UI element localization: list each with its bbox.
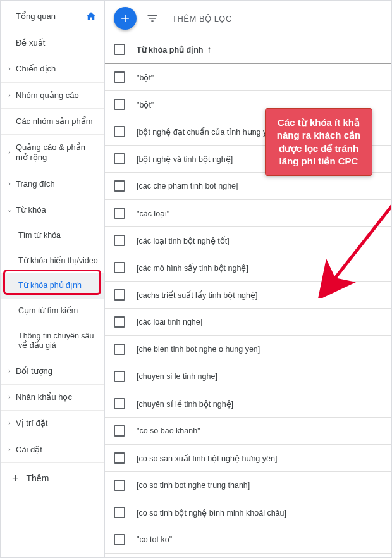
table-row[interactable]: [co so tinh bot nghe trung thanh]	[105, 472, 391, 499]
keyword-cell: "bột"	[137, 73, 154, 82]
table-row[interactable]: "có tốt ko"	[105, 554, 391, 557]
caret-icon: ›	[7, 149, 12, 156]
sidebar-item-8[interactable]: Tìm từ khóa	[1, 223, 104, 249]
row-checkbox[interactable]	[114, 262, 125, 273]
sidebar-item-14[interactable]: ›Nhân khẩu học	[1, 385, 104, 411]
sidebar-item-label: Đối tượng	[16, 366, 52, 376]
row-checkbox[interactable]	[114, 126, 125, 137]
table-row[interactable]: "co so bao khanh"	[105, 418, 391, 445]
table-header: Từ khóa phủ định ↑	[105, 36, 391, 64]
keyword-cell: [cachs triết suất lấy tinh bột nghệ]	[137, 290, 257, 300]
keyword-cell: [chuyen si le tinh nghe]	[137, 372, 217, 381]
plus-icon	[119, 12, 132, 25]
sidebar-item-label: Nhân khẩu học	[16, 392, 72, 402]
sidebar-item-label: Tổng quan	[16, 11, 56, 22]
sidebar-item-label: Vị trí đặt	[16, 418, 47, 428]
toolbar: THÊM BỘ LỌC	[105, 1, 391, 36]
sidebar-item-label: Nhóm quảng cáo	[16, 90, 79, 100]
keyword-cell: [bột nghệ đạt chuẩn của tỉnh hưng yên]	[137, 127, 278, 137]
sidebar-item-label: Từ khóa phủ định	[18, 281, 82, 290]
table-row[interactable]: [cac che pham tinh bot nghe]	[105, 173, 391, 200]
sidebar-item-label: Quảng cáo & phần mở rộng	[16, 142, 85, 162]
row-checkbox[interactable]	[114, 316, 125, 328]
keyword-cell: [các loai tinh nghe]	[137, 318, 202, 326]
plus-icon: +	[12, 472, 19, 485]
add-button[interactable]	[114, 7, 137, 30]
row-checkbox[interactable]	[114, 99, 125, 110]
keyword-cell: [chuyên sỉ lẻ tinh bột nghệ]	[137, 399, 233, 409]
keyword-cell: [co so san xuất tinh bột nghệ hưng yên]	[137, 454, 277, 463]
sidebar-item-10[interactable]: Từ khóa phủ định	[1, 273, 104, 299]
row-checkbox[interactable]	[114, 480, 125, 491]
row-checkbox[interactable]	[114, 153, 125, 164]
annotation-callout: Các từ khóa ít khả năng ra khách cần đượ…	[265, 108, 372, 176]
sidebar-item-15[interactable]: ›Vị trí đặt	[1, 411, 104, 437]
table-row[interactable]: [co so tinh bột nghệ bình minh khoái châ…	[105, 499, 391, 526]
sidebar-item-0[interactable]: Tổng quan	[1, 3, 104, 30]
row-checkbox[interactable]	[114, 289, 125, 301]
row-checkbox[interactable]	[114, 534, 125, 545]
filter-icon[interactable]	[145, 11, 159, 25]
table-row[interactable]: [các loai tinh nghe]	[105, 309, 391, 336]
row-checkbox[interactable]	[114, 235, 125, 246]
sidebar-item-3[interactable]: ›Nhóm quảng cáo	[1, 83, 104, 109]
sidebar-item-5[interactable]: ›Quảng cáo & phần mở rộng	[1, 135, 104, 171]
sidebar: Tổng quanĐề xuất›Chiến dịch›Nhóm quảng c…	[1, 1, 105, 557]
main-content: THÊM BỘ LỌC Từ khóa phủ định ↑ "bột""bột…	[105, 1, 391, 557]
caret-icon: ›	[7, 181, 12, 187]
sort-ascending-icon: ↑	[207, 44, 211, 54]
row-checkbox[interactable]	[114, 425, 125, 437]
caret-icon: ⌄	[7, 207, 12, 213]
sidebar-item-label: Từ khóa	[16, 205, 46, 214]
sidebar-item-6[interactable]: ›Trang đích	[1, 171, 104, 197]
keyword-cell: [bột nghệ và tinh bột nghệ]	[137, 154, 233, 164]
caret-icon: ›	[7, 66, 12, 72]
sidebar-item-label: Thông tin chuyên sâu về đấu giá	[18, 332, 94, 350]
caret-icon: ›	[7, 394, 12, 400]
sidebar-item-16[interactable]: ›Cài đặt	[1, 437, 104, 463]
sidebar-item-11[interactable]: Cụm từ tìm kiếm	[1, 299, 104, 324]
table-row[interactable]: [che bien tinh bot nghe o hung yen]	[105, 336, 391, 363]
table-row[interactable]: [các mô hình sấy tinh bột nghệ]	[105, 254, 391, 282]
table-row[interactable]: [chuyên sỉ lẻ tinh bột nghệ]	[105, 390, 391, 418]
sidebar-item-12[interactable]: Thông tin chuyên sâu về đấu giá	[1, 324, 104, 359]
keyword-cell: [các loại tinh bột nghệ tốt]	[137, 236, 230, 245]
add-menu-label: Thêm	[27, 473, 49, 483]
row-checkbox[interactable]	[114, 452, 125, 464]
keyword-cell: "co so bao khanh"	[137, 426, 200, 435]
sidebar-item-4[interactable]: Các nhóm sản phẩm	[1, 109, 104, 135]
row-checkbox[interactable]	[114, 71, 125, 83]
select-all-checkbox[interactable]	[114, 44, 125, 55]
row-checkbox[interactable]	[114, 344, 125, 355]
row-checkbox[interactable]	[114, 507, 125, 518]
sidebar-item-label: Chiến dịch	[16, 64, 56, 73]
table-row[interactable]: "bột"	[105, 64, 391, 91]
row-checkbox[interactable]	[114, 398, 125, 409]
keyword-cell: [che bien tinh bot nghe o hung yen]	[137, 345, 260, 354]
sidebar-item-label: Đề xuất	[16, 38, 45, 47]
sidebar-item-13[interactable]: ›Đối tượng	[1, 359, 104, 385]
row-checkbox[interactable]	[114, 180, 125, 192]
column-header-keyword[interactable]: Từ khóa phủ định ↑	[137, 44, 211, 54]
table-row[interactable]: "co tot ko"	[105, 526, 391, 554]
keyword-cell: "co tot ko"	[137, 535, 172, 544]
caret-icon: ›	[7, 92, 12, 99]
row-checkbox[interactable]	[114, 371, 125, 382]
add-menu-button[interactable]: + Thêm	[1, 463, 104, 494]
sidebar-item-2[interactable]: ›Chiến dịch	[1, 56, 104, 82]
table-row[interactable]: [cachs triết suất lấy tinh bột nghệ]	[105, 282, 391, 309]
table-row[interactable]: [chuyen si le tinh nghe]	[105, 363, 391, 390]
table-row[interactable]: [co so san xuất tinh bột nghệ hưng yên]	[105, 445, 391, 472]
keyword-cell: [co so tinh bot nghe trung thanh]	[137, 481, 250, 490]
table-row[interactable]: "các loại"	[105, 200, 391, 227]
row-checkbox[interactable]	[114, 208, 125, 219]
table-row[interactable]: [các loại tinh bột nghệ tốt]	[105, 227, 391, 254]
keyword-cell: "bột"	[137, 100, 154, 109]
sidebar-item-1[interactable]: Đề xuất	[1, 30, 104, 56]
filter-label[interactable]: THÊM BỘ LỌC	[168, 14, 232, 23]
sidebar-item-7[interactable]: ⌄Từ khóa	[1, 197, 104, 223]
sidebar-item-9[interactable]: Từ khóa hiển thị/video	[1, 249, 104, 274]
keyword-cell: [các mô hình sấy tinh bột nghệ]	[137, 263, 248, 273]
sidebar-item-label: Tìm từ khóa	[18, 231, 61, 240]
caret-icon: ›	[7, 420, 12, 426]
